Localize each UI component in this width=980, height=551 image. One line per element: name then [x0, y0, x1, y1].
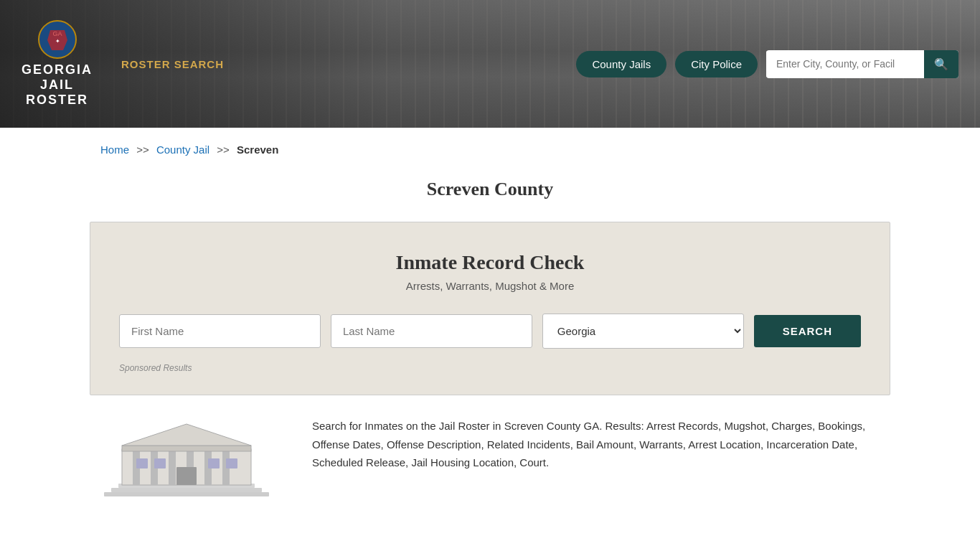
sponsored-label: Sponsored Results: [119, 363, 861, 373]
state-select[interactable]: Georgia Alabama Florida: [542, 314, 744, 349]
page-title: Screven County: [0, 179, 980, 200]
record-check-title: Inmate Record Check: [119, 251, 861, 274]
svg-rect-5: [111, 488, 262, 492]
record-search-button[interactable]: SEARCH: [754, 315, 861, 347]
breadcrumb-section: Home >> County Jail >> Screven: [0, 128, 980, 171]
svg-rect-14: [122, 446, 251, 451]
svg-rect-4: [104, 492, 269, 496]
logo: GA ✦ GEORGIA JAIL ROSTER: [22, 20, 93, 108]
city-police-button[interactable]: City Police: [675, 51, 758, 77]
header-search-button[interactable]: 🔍: [924, 50, 958, 78]
county-jails-button[interactable]: County Jails: [576, 51, 666, 77]
record-search-form: Georgia Alabama Florida SEARCH: [119, 314, 861, 349]
svg-rect-19: [208, 458, 220, 468]
breadcrumb-current: Screven: [237, 143, 278, 156]
svg-rect-18: [154, 458, 166, 468]
bottom-section: Search for Inmates on the Jail Roster in…: [0, 395, 980, 524]
svg-rect-16: [176, 467, 197, 485]
record-check-subtitle: Arrests, Warrants, Mugshot & More: [119, 280, 861, 292]
svg-rect-17: [136, 458, 148, 468]
last-name-input[interactable]: [331, 314, 532, 348]
svg-text:✦: ✦: [55, 38, 60, 44]
svg-marker-15: [122, 424, 251, 446]
search-icon: 🔍: [934, 58, 948, 70]
page-title-section: Screven County: [0, 171, 980, 222]
logo-text-jail: JAIL: [40, 77, 74, 93]
courthouse-image: [90, 417, 283, 503]
logo-text-georgia: GEORGIA: [22, 62, 93, 77]
breadcrumb-home-link[interactable]: Home: [100, 143, 129, 156]
breadcrumb-county-jail-link[interactable]: County Jail: [156, 143, 209, 156]
breadcrumb-sep-1: >>: [136, 143, 149, 156]
header-nav-right: County Jails City Police 🔍: [576, 50, 958, 78]
first-name-input[interactable]: [119, 314, 321, 348]
record-check-section: Inmate Record Check Arrests, Warrants, M…: [90, 222, 890, 395]
svg-rect-20: [226, 458, 237, 468]
svg-rect-10: [169, 449, 176, 485]
georgia-seal-icon: GA ✦: [36, 20, 79, 60]
roster-search-link[interactable]: ROSTER SEARCH: [121, 58, 224, 70]
header: GA ✦ GEORGIA JAIL ROSTER ROSTER SEARCH C…: [0, 0, 980, 128]
breadcrumb-sep-2: >>: [217, 143, 230, 156]
bottom-description: Search for Inmates on the Jail Roster in…: [312, 417, 890, 472]
header-search-bar: 🔍: [766, 50, 958, 78]
logo-text-roster: ROSTER: [26, 93, 88, 108]
courthouse-illustration: [97, 417, 276, 503]
header-search-input[interactable]: [766, 51, 924, 77]
breadcrumb: Home >> County Jail >> Screven: [100, 143, 880, 156]
